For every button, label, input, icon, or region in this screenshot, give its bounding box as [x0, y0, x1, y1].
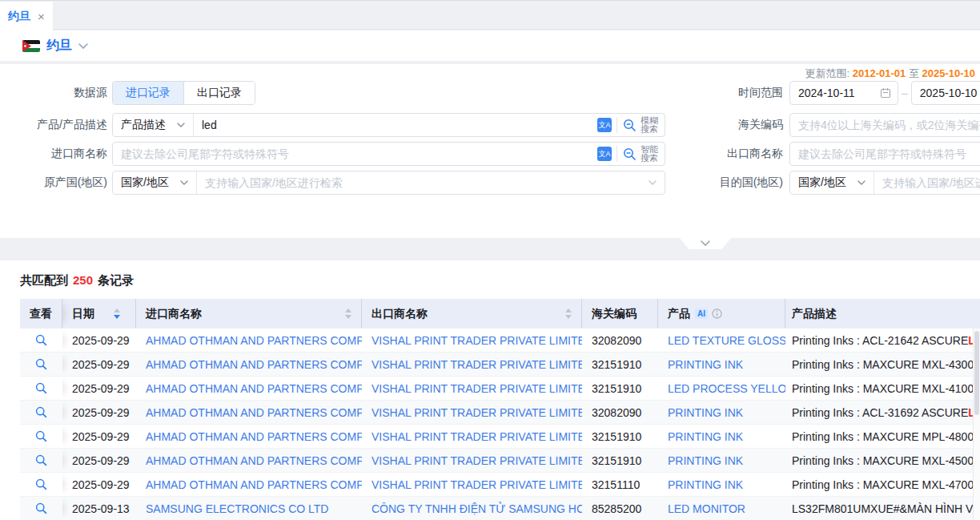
exporter-link[interactable]: VISHAL PRINT TRADER PRIVATE LIMITED	[362, 473, 582, 496]
exporter-link[interactable]: VISHAL PRINT TRADER PRIVATE LIMITED	[362, 353, 582, 376]
table-row: 2025-09-29AHMAD OTHMAN AND PARTNERS COMP…	[20, 377, 980, 401]
view-button[interactable]	[20, 425, 62, 448]
sort-date[interactable]	[114, 308, 120, 319]
destination-input[interactable]	[874, 171, 980, 194]
product-link[interactable]: LED TEXTURE GLOSS ...	[658, 329, 785, 352]
origin-input[interactable]	[197, 171, 649, 194]
smart-search-button[interactable]: 智能搜索	[617, 145, 665, 163]
desc-text: LS32FM801UMXUE#&MÀN HÌNH VI ...	[792, 502, 980, 515]
close-icon[interactable]: ×	[38, 10, 45, 22]
sort-importer[interactable]	[345, 308, 351, 319]
tab-jordan[interactable]: 约旦 ×	[0, 2, 54, 31]
destination-select[interactable]: 国家/地区	[790, 171, 874, 194]
row-date: 2025-09-29	[62, 353, 136, 376]
importer-link[interactable]: AHMAD OTHMAN AND PARTNERS COMPA...	[136, 377, 362, 400]
exporter-link[interactable]: VISHAL PRINT TRADER PRIVATE LIMITED	[362, 377, 582, 400]
view-button[interactable]	[20, 497, 62, 520]
desc-text: Printing Inks : MAXCURE MXL-4300...	[792, 358, 980, 371]
fuzzy-search-button[interactable]: 模糊搜索	[617, 116, 665, 134]
row-product-desc: LS32FM801UMXUE#&MÀN HÌNH VI ...	[785, 497, 980, 520]
col-importer-label: 进口商名称	[146, 307, 202, 321]
row-date: 2025-09-29	[62, 473, 136, 496]
exporter-link[interactable]: VISHAL PRINT TRADER PRIVATE LIMITED	[362, 425, 582, 448]
table-row: 2025-09-13SAMSUNG ELECTRONICS CO LTDCÔNG…	[20, 497, 980, 520]
importer-link[interactable]: AHMAD OTHMAN AND PARTNERS COMPA...	[136, 401, 362, 424]
origin-label: 原产国(地区)	[0, 175, 112, 190]
info-icon[interactable]	[712, 308, 722, 319]
row-product-desc: Printing Inks : MAXCURE MXL-4500...	[785, 449, 980, 472]
product-link[interactable]: PRINTING INK	[658, 449, 785, 472]
import-records-button[interactable]: 进口记录	[113, 82, 183, 104]
hs-code-input[interactable]	[790, 114, 980, 136]
row-hs-code: 32151910	[582, 353, 658, 376]
view-button[interactable]	[20, 473, 62, 496]
view-button[interactable]	[20, 353, 62, 376]
tab-title: 约旦	[8, 10, 30, 24]
importer-link[interactable]: AHMAD OTHMAN AND PARTNERS COMPA...	[136, 425, 362, 448]
importer-row: 进口商名称 文A 智能搜索	[0, 142, 665, 166]
exporter-link[interactable]: CÔNG TY TNHH ĐIỆN TỬ SAMSUNG HCMC...	[362, 497, 582, 520]
start-date-input[interactable]: 2024-10-11	[789, 81, 898, 105]
row-date: 2025-09-29	[62, 449, 136, 472]
view-button[interactable]	[20, 401, 62, 424]
origin-dropdown-toggle[interactable]	[649, 180, 665, 185]
table-row: 2025-09-29AHMAD OTHMAN AND PARTNERS COMP…	[20, 425, 980, 449]
hs-code-control	[789, 113, 980, 137]
view-button[interactable]	[20, 377, 62, 400]
smart-search-label-2: 搜索	[641, 153, 658, 163]
sort-exporter[interactable]	[565, 308, 572, 319]
chevron-down-icon	[180, 180, 188, 185]
row-product-desc: Printing Inks : MAXCURE MXL-4700...	[785, 473, 980, 496]
exporter-link[interactable]: VISHAL PRINT TRADER PRIVATE LIMITED	[362, 449, 582, 472]
view-button[interactable]	[20, 449, 62, 472]
scrollbar-thumb[interactable]	[974, 331, 979, 415]
product-link[interactable]: LED MONITOR	[658, 497, 785, 520]
row-product-desc: Printing Inks : MAXCURE MPL-4800E...	[785, 425, 980, 448]
search-form-panel: 更新范围: 2012-01-01 至 2025-10-10 数据源 进口记录 出…	[0, 64, 980, 238]
table-header: 查看 日期 进口商名称 出口商名称 海关编码 产品 AI 产品描述	[20, 299, 980, 329]
product-field-select[interactable]: 产品描述	[113, 114, 194, 136]
importer-link[interactable]: AHMAD OTHMAN AND PARTNERS COMPA...	[136, 329, 362, 352]
exporter-input[interactable]	[790, 143, 980, 165]
table-row: 2025-09-29AHMAD OTHMAN AND PARTNERS COMP…	[20, 329, 980, 353]
translate-icon[interactable]: 文A	[597, 147, 612, 161]
product-row: 产品/产品描述 产品描述 文A 模糊搜索	[0, 113, 665, 137]
origin-select[interactable]: 国家/地区	[113, 171, 197, 194]
vertical-scrollbar[interactable]	[973, 329, 980, 520]
translate-icon[interactable]: 文A	[597, 118, 612, 132]
start-date-value: 2024-10-11	[798, 87, 875, 99]
date-separator: –	[902, 87, 908, 99]
importer-label: 进口商名称	[0, 147, 112, 161]
row-hs-code: 32082090	[582, 329, 658, 352]
importer-link[interactable]: AHMAD OTHMAN AND PARTNERS COMPA...	[136, 473, 362, 496]
view-cell	[20, 329, 62, 352]
product-link[interactable]: PRINTING INK	[658, 473, 785, 496]
product-link[interactable]: LED PROCESS YELLOW...	[658, 377, 785, 400]
desc-text: Printing Inks : MAXCURE MXL-4500...	[792, 454, 980, 467]
magnifier-icon	[35, 334, 47, 346]
product-link[interactable]: PRINTING INK	[658, 425, 785, 448]
col-desc: 产品描述	[785, 299, 980, 329]
col-exporter: 出口商名称	[362, 299, 582, 329]
importer-link[interactable]: AHMAD OTHMAN AND PARTNERS COMPA...	[136, 449, 362, 472]
collapse-form-button[interactable]	[680, 238, 731, 249]
product-input[interactable]	[194, 114, 597, 136]
importer-link[interactable]: AHMAD OTHMAN AND PARTNERS COMPA...	[136, 353, 362, 376]
export-records-button[interactable]: 出口记录	[183, 82, 255, 104]
update-range-label: 更新范围:	[805, 67, 850, 79]
time-range-label: 时间范围	[681, 86, 789, 100]
exporter-link[interactable]: VISHAL PRINT TRADER PRIVATE LIMITED	[362, 329, 582, 352]
table-row: 2025-09-29AHMAD OTHMAN AND PARTNERS COMP…	[20, 473, 980, 497]
product-link[interactable]: PRINTING INK	[658, 401, 785, 424]
product-link[interactable]: PRINTING INK	[658, 353, 785, 376]
desc-text: Printing Inks : ACL-31692 ASCURE	[792, 406, 968, 419]
view-cell	[20, 401, 62, 424]
chevron-down-icon[interactable]	[78, 43, 88, 49]
importer-link[interactable]: SAMSUNG ELECTRONICS CO LTD	[136, 497, 362, 520]
destination-row: 目的国(地区) 国家/地区	[681, 171, 980, 195]
exporter-link[interactable]: VISHAL PRINT TRADER PRIVATE LIMITED	[362, 401, 582, 424]
importer-input[interactable]	[113, 143, 597, 165]
end-date-input[interactable]: 2025-10-10	[911, 81, 980, 105]
chevron-down-icon	[177, 123, 185, 127]
view-button[interactable]	[20, 329, 62, 352]
